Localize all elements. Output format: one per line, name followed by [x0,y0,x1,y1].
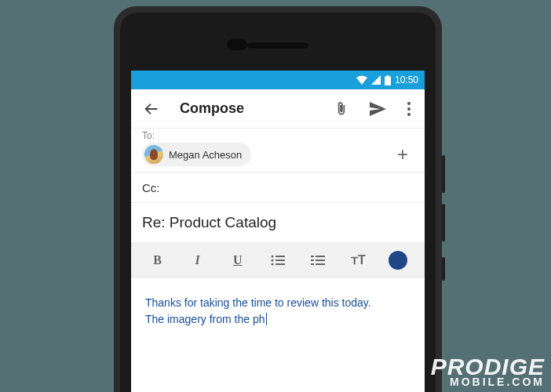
to-label: To: [142,130,155,141]
svg-point-3 [407,107,411,111]
svg-rect-12 [316,256,325,257]
recipient-name: Megan Acheson [169,149,242,161]
svg-rect-8 [276,260,285,261]
phone-screen: 10:50 Compose To: [131,71,425,392]
svg-rect-6 [276,256,285,257]
watermark: PRODIGE MOBILE.COM [431,356,545,387]
power-button[interactable] [442,257,445,281]
text-color-button[interactable] [384,246,412,274]
svg-point-5 [271,255,273,257]
color-swatch-icon [389,251,407,270]
status-bar: 10:50 [131,71,425,89]
svg-point-9 [271,263,273,265]
back-button[interactable] [139,96,164,122]
body-line-2: The imagery from the ph [145,311,411,328]
phone-bezel: 10:50 Compose To: [120,13,436,392]
underline-button[interactable]: U [224,246,252,274]
svg-point-4 [407,113,411,116]
svg-rect-0 [385,76,391,85]
attachment-button[interactable] [329,96,354,122]
italic-button[interactable]: I [184,246,212,274]
svg-point-2 [407,102,411,105]
cc-label: Cc: [142,181,160,194]
email-body-input[interactable]: Thanks for taking the time to review thi… [131,278,425,345]
subject-field[interactable]: Re: Product Catalog [131,203,425,243]
page-title: Compose [180,100,318,117]
svg-rect-10 [276,263,285,265]
earpiece-speaker [247,42,308,49]
recipient-avatar [144,145,163,164]
text-size-button[interactable]: ᴛT [344,246,372,274]
body-line-1: Thanks for taking the time to review thi… [145,295,411,311]
text-cursor [266,313,267,325]
volume-down-button[interactable] [442,204,445,241]
proximity-sensor [227,39,247,50]
bullet-list-button[interactable] [264,246,292,274]
app-bar: Compose [131,89,425,129]
svg-rect-14 [316,260,325,261]
volume-up-button[interactable] [442,155,445,193]
svg-rect-16 [316,263,325,265]
svg-point-7 [271,259,273,261]
bold-button[interactable]: B [144,246,172,274]
battery-icon [385,75,391,85]
overflow-menu-button[interactable] [401,96,417,122]
add-recipient-button[interactable]: + [392,143,414,165]
numbered-list-button[interactable] [304,246,332,274]
formatting-toolbar: B I U ᴛT [131,243,425,278]
svg-rect-1 [386,75,389,77]
send-button[interactable] [365,96,390,122]
phone-frame: 10:50 Compose To: [114,6,442,392]
wifi-icon [356,75,367,85]
recipient-chip[interactable]: Megan Acheson [142,143,251,166]
cell-signal-icon [371,75,381,85]
status-time: 10:50 [395,74,418,85]
to-field-row[interactable]: To: Megan Acheson + [131,129,425,172]
cc-field-row[interactable]: Cc: [131,172,425,203]
subject-text: Re: Product Catalog [142,214,276,230]
